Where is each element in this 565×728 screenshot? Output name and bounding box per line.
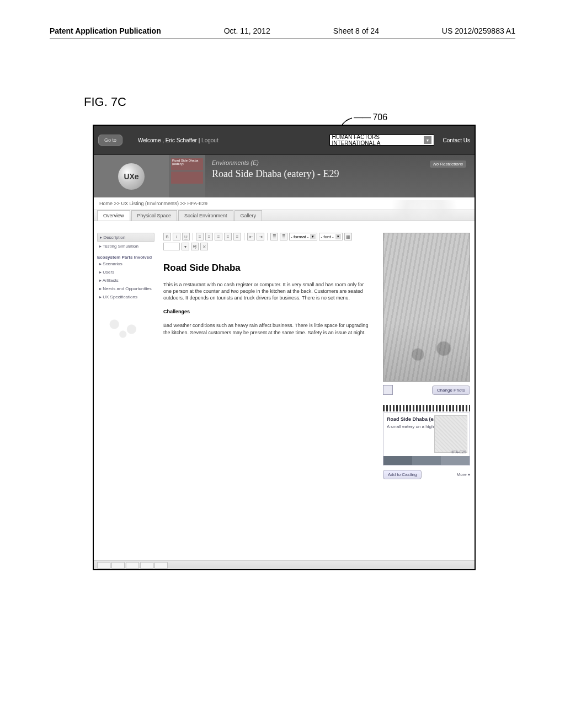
chevron-down-icon: ▾ [310, 234, 316, 239]
rte-toolbar: B I U ≡ ≡ ≡ ≡ ≡ ⇤ ⇥ ≣ ≣ - format -▾ - fo… [163, 233, 373, 240]
sidebar-item-label: Scenarios [103, 261, 122, 266]
align-left-icon[interactable]: ≡ [196, 233, 204, 240]
font-select-label: - font - [321, 234, 333, 239]
align-center-icon[interactable]: ≡ [205, 233, 213, 240]
sidebar-item-ux-specifications[interactable]: ▸ UX Specifications [97, 293, 154, 301]
related-card[interactable]: Road Side Dhaba (eatery) A small eatery … [383, 413, 470, 465]
outdent-icon[interactable]: ⇤ [247, 233, 255, 240]
sidebar-item-scenarios[interactable]: ▸ Scenarios [97, 260, 154, 268]
watermark-icon [377, 200, 471, 220]
contact-link[interactable]: Contact Us [443, 137, 470, 143]
unlink-icon[interactable]: ⨯ [200, 243, 208, 250]
format-select-label: - format - [291, 234, 308, 239]
banner-thumb[interactable] [171, 172, 203, 184]
page-header: Patent Application Publication Oct. 11, … [0, 26, 565, 35]
app-logo-icon: UXe [118, 163, 145, 190]
hero-image [383, 233, 470, 382]
tab-social-environment[interactable]: Social Environment [178, 210, 233, 221]
welcome-text: Welcome , Eric Schaffer | Logout [138, 137, 218, 143]
publication-code: US 2012/0259883 A1 [442, 26, 515, 35]
sidebar-item-label: Description [103, 235, 125, 240]
list-ol-icon[interactable]: ≣ [280, 233, 287, 240]
card-footer-seg[interactable] [383, 456, 412, 465]
goto-button[interactable]: Go to [98, 135, 122, 146]
underline-icon[interactable]: U [182, 233, 190, 240]
banner-badge-cell: No Restrictions [422, 155, 475, 197]
sidebar-item-artifacts[interactable]: ▸ Artifacts [97, 276, 154, 285]
statusbar-button[interactable] [140, 562, 153, 569]
document-paragraph[interactable]: This is a restaurant with no cash regist… [163, 281, 373, 301]
tab-physical-space[interactable]: Physical Space [131, 210, 178, 221]
add-to-casting-button[interactable]: Add to Casting [383, 470, 422, 479]
link-icon[interactable]: ⛓ [191, 243, 199, 250]
banner-title-cell: Environments (E) Road Side Dhaba (eatery… [205, 155, 422, 197]
align-right-icon[interactable]: ≡ [215, 233, 222, 240]
sidebar-item-label: UX Specifications [103, 295, 137, 299]
card-id: HFA-E29 [451, 450, 466, 454]
publication-label: Patent Application Publication [50, 26, 161, 35]
banner: UXe Road Side Dhaba (eatery) Environment… [94, 154, 475, 197]
toolbar-separator [244, 233, 244, 240]
list-ul-icon[interactable]: ≣ [270, 233, 278, 240]
color-picker-icon[interactable]: ▦ [344, 233, 352, 240]
org-select[interactable]: HUMAN FACTORS INTERNATIONAL A ▾ [329, 135, 434, 146]
document-paragraph[interactable]: Bad weather conditions such as heavy rai… [163, 322, 373, 335]
header-rule [50, 39, 515, 39]
restrictions-badge: No Restrictions [430, 160, 466, 168]
card-stack: Road Side Dhaba (eatery) A small eatery … [383, 405, 470, 465]
org-select-value: HUMAN FACTORS INTERNATIONAL A [332, 134, 424, 146]
italic-icon[interactable]: I [173, 233, 180, 240]
banner-thumb[interactable]: Road Side Dhaba (eatery) [171, 158, 203, 170]
font-select[interactable]: - font -▾ [319, 233, 342, 240]
card-footer-seg[interactable] [441, 456, 470, 465]
sidebar-item-description[interactable]: ▸ Description [97, 233, 154, 242]
align-extra-icon[interactable]: ≡ [233, 233, 241, 240]
toolbar-separator [193, 233, 193, 240]
window-status-bar [94, 560, 475, 569]
sidebar-item-needs-opportunities[interactable]: ▸ Needs and Opportunities [97, 285, 154, 293]
document-subheading: Challenges [163, 309, 373, 314]
hero-actions: Change Photo [383, 385, 470, 395]
tab-bar: Overview Physical Space Social Environme… [94, 210, 475, 221]
statusbar-button[interactable] [97, 562, 110, 569]
logout-link[interactable]: Logout [201, 137, 218, 143]
figure-label: FIG. 7C [84, 95, 126, 109]
rte-dropdown-icon[interactable]: ▾ [182, 243, 189, 250]
sidebar-section-head: Ecosystem Parts Involved [97, 255, 154, 260]
sidebar-item-label: Needs and Opportunities [103, 286, 152, 291]
editor-column: B I U ≡ ≡ ≡ ≡ ≡ ⇤ ⇥ ≣ ≣ - format -▾ - fo… [158, 228, 379, 569]
indent-icon[interactable]: ⇥ [257, 233, 264, 240]
sheet-number: Sheet 8 of 24 [333, 26, 379, 35]
sidebar-item-testing-simulation[interactable]: ▸ Testing Simulation [97, 242, 154, 250]
banner-category: Environments (E) [212, 159, 415, 166]
bold-icon[interactable]: B [163, 233, 171, 240]
expand-image-icon[interactable] [383, 385, 393, 395]
chevron-down-icon: ▾ [424, 136, 431, 144]
stack-label-icon [383, 405, 470, 411]
rte-number-input[interactable] [163, 243, 180, 250]
sidebar: ▸ Description ▸ Testing Simulation Ecosy… [94, 228, 158, 569]
content-area: ▸ Description ▸ Testing Simulation Ecosy… [94, 228, 475, 569]
card-image [434, 415, 467, 453]
tab-overview[interactable]: Overview [97, 210, 130, 221]
tab-gallery[interactable]: Gallery [234, 210, 263, 221]
rte-toolbar-row2: ▾ ⛓ ⨯ [163, 243, 373, 250]
statusbar-button[interactable] [126, 562, 139, 569]
more-link[interactable]: More ▾ [457, 472, 470, 477]
change-photo-button[interactable]: Change Photo [432, 386, 470, 395]
welcome-user: Eric Schaffer [166, 137, 197, 143]
align-justify-icon[interactable]: ≡ [224, 233, 232, 240]
toolbar-separator [267, 233, 268, 240]
banner-title: Road Side Dhaba (eatery) - E29 [212, 168, 415, 180]
card-footer [383, 456, 470, 465]
sidebar-item-users[interactable]: ▸ Users [97, 268, 154, 276]
statusbar-button[interactable] [154, 562, 168, 569]
reference-number-value: 706 [372, 113, 387, 122]
card-footer-seg[interactable] [412, 456, 441, 465]
reference-number: —— 706 [354, 113, 387, 122]
publication-date: Oct. 11, 2012 [224, 26, 270, 35]
statusbar-button[interactable] [111, 562, 125, 569]
format-select[interactable]: - format -▾ [289, 233, 317, 240]
sidebar-item-label: Users [103, 270, 114, 275]
rail-actions: Add to Casting More ▾ [383, 470, 470, 479]
